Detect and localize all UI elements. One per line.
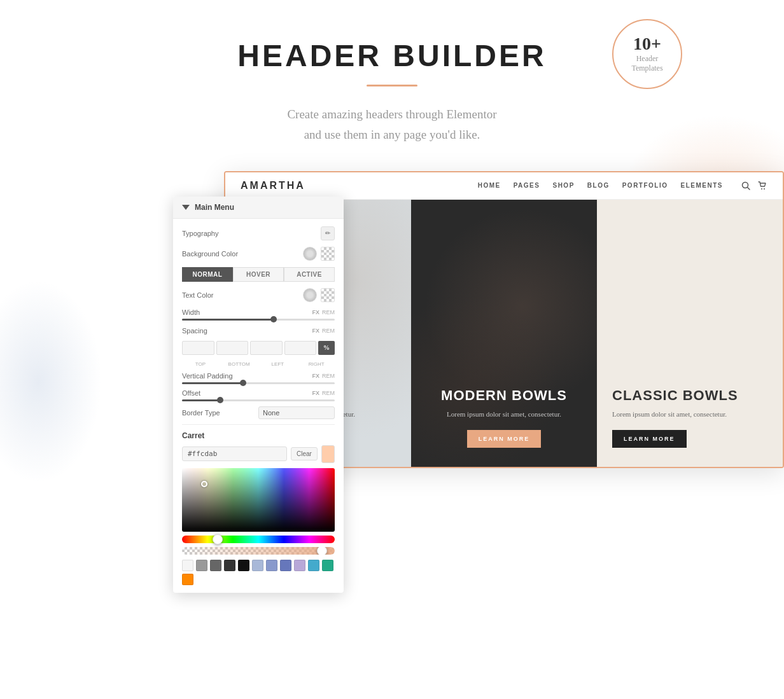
preset-color-1[interactable] (182, 560, 193, 571)
spacing-inputs: % (182, 341, 335, 355)
text-color-checker[interactable] (321, 288, 335, 302)
preset-color-5[interactable] (238, 560, 249, 571)
svg-point-3 (764, 188, 765, 190)
panel-body: Typography ✏ Background Color NORMAL HOV… (173, 219, 344, 593)
preset-color-3[interactable] (210, 560, 221, 571)
main-ui: Main Menu Typography ✏ Background Color (173, 171, 784, 468)
color-hex-input[interactable] (182, 446, 287, 461)
clear-button[interactable]: Clear (291, 447, 318, 460)
col3-learn-btn[interactable]: LEARN MORE (612, 430, 687, 448)
svg-line-1 (748, 187, 750, 190)
search-icon[interactable] (741, 181, 751, 191)
badge-circle: 10+ HeaderTemplates (612, 19, 682, 89)
title-underline (367, 85, 417, 87)
preset-color-4[interactable] (224, 560, 235, 571)
panel-collapse-icon[interactable] (182, 205, 190, 210)
hue-thumb[interactable] (213, 534, 223, 544)
spacing-label: Spacing (182, 327, 207, 335)
nav-blog[interactable]: BLOG (587, 182, 610, 189)
spacing-label-top: TOP (182, 361, 219, 367)
col2-content: MODERN BOWLS Lorem ipsum dolor sit amet,… (441, 387, 567, 448)
carret-label: Carret (182, 431, 335, 440)
border-type-label: Border Type (182, 409, 220, 417)
spacing-left-input[interactable] (250, 341, 283, 355)
rem-badge: REM (322, 309, 335, 315)
preset-color-11[interactable] (322, 560, 333, 571)
col2-title: MODERN BOWLS (441, 387, 567, 404)
width-slider-track[interactable] (182, 319, 335, 321)
typography-edit-btn[interactable]: ✏ (321, 226, 335, 240)
spacing-top-input[interactable] (182, 341, 214, 355)
spacing-rem: REM (322, 328, 335, 334)
color-preview-swatch[interactable] (321, 445, 335, 463)
nav-icons (741, 181, 767, 191)
width-slider-fill (182, 319, 274, 321)
vert-rem: REM (322, 373, 335, 379)
offset-row: Offset FX REM (182, 389, 335, 401)
preset-color-6[interactable] (252, 560, 263, 571)
bg-color-control (303, 247, 335, 261)
col-modern-bowls: MODERN BOWLS Lorem ipsum dolor sit amet,… (411, 200, 597, 467)
nav-shop[interactable]: SHOP (552, 182, 574, 189)
preset-color-8[interactable] (280, 560, 291, 571)
tab-normal[interactable]: NORMAL (182, 267, 233, 282)
nav-pages[interactable]: PAGES (514, 182, 540, 189)
tab-active[interactable]: ACTIVE (284, 267, 335, 282)
vert-padding-thumb[interactable] (240, 380, 246, 386)
col2-learn-btn[interactable]: LEARN MORE (467, 430, 542, 448)
spacing-right-input[interactable] (284, 341, 317, 355)
spacing-bottom-input[interactable] (216, 341, 249, 355)
site-header: AMARTHA HOME PAGES SHOP BLOG PORTFOLIO E… (225, 172, 783, 200)
preset-color-2[interactable] (196, 560, 207, 571)
col2-desc: Lorem ipsum dolor sit amet, consectetur. (441, 409, 567, 420)
typography-control: ✏ (321, 226, 335, 240)
spacing-label-bottom: BOTTOM (221, 361, 258, 367)
width-label: Width (182, 308, 200, 316)
border-type-select[interactable]: None (258, 406, 335, 419)
text-color-label: Text Color (182, 291, 214, 299)
decorative-blob-blue (0, 280, 102, 483)
width-slider-thumb[interactable] (270, 316, 277, 322)
tab-hover[interactable]: HOVER (233, 267, 284, 282)
spacing-percent-btn[interactable]: % (318, 341, 335, 355)
vert-padding-slider[interactable] (182, 382, 335, 384)
col3-desc: Lorem ipsum dolor sit amet, consectetur. (612, 409, 738, 420)
offset-slider[interactable] (182, 399, 335, 401)
color-input-row: Clear (182, 445, 335, 463)
offset-thumb[interactable] (217, 397, 223, 403)
hue-slider[interactable] (182, 536, 335, 543)
opacity-thumb[interactable] (317, 547, 327, 555)
col-classic-bowls: CLASSIC BOWLS Lorem ipsum dolor sit amet… (597, 200, 783, 467)
carret-section: Carret Clear (182, 424, 335, 585)
bg-color-checker[interactable] (321, 247, 335, 261)
typography-row: Typography ✏ (182, 226, 335, 240)
offset-fx: FX (312, 390, 319, 396)
nav-elements[interactable]: ELEMENTS (681, 182, 723, 189)
col3-content: CLASSIC BOWLS Lorem ipsum dolor sit amet… (612, 387, 738, 448)
elementor-panel: Main Menu Typography ✏ Background Color (173, 197, 344, 593)
preset-color-10[interactable] (308, 560, 319, 571)
bg-color-circle-btn[interactable] (303, 247, 317, 261)
spacing-label-right: RIGHT (298, 361, 335, 367)
svg-point-2 (761, 188, 762, 190)
site-nav: HOME PAGES SHOP BLOG PORTFOLIO ELEMENTS (478, 181, 767, 191)
top-section: 10+ HeaderTemplates HEADER BUILDER Creat… (0, 0, 784, 146)
subtitle: Create amazing headers through Elementor… (0, 104, 784, 146)
text-color-circle-btn[interactable] (303, 288, 317, 302)
fx-badge: FX (312, 309, 319, 315)
nav-portfolio[interactable]: PORTFOLIO (622, 182, 668, 189)
text-color-control (303, 288, 335, 302)
opacity-slider[interactable] (182, 547, 335, 555)
color-picker-area[interactable] (182, 468, 335, 532)
state-tabs: NORMAL HOVER ACTIVE (182, 267, 335, 282)
vert-fx: FX (312, 373, 319, 379)
cart-icon[interactable] (757, 181, 767, 191)
vert-padding-label: Vertical Padding (182, 372, 233, 380)
preset-color-7[interactable] (266, 560, 277, 571)
preset-color-9[interactable] (294, 560, 305, 571)
spacing-section: Spacing FX REM % TOP BOTTOM LEFT (182, 327, 335, 367)
preset-color-12[interactable] (182, 574, 193, 585)
vert-padding-row: Vertical Padding FX REM (182, 372, 335, 384)
nav-home[interactable]: HOME (478, 182, 501, 189)
color-picker-cursor (201, 481, 207, 487)
